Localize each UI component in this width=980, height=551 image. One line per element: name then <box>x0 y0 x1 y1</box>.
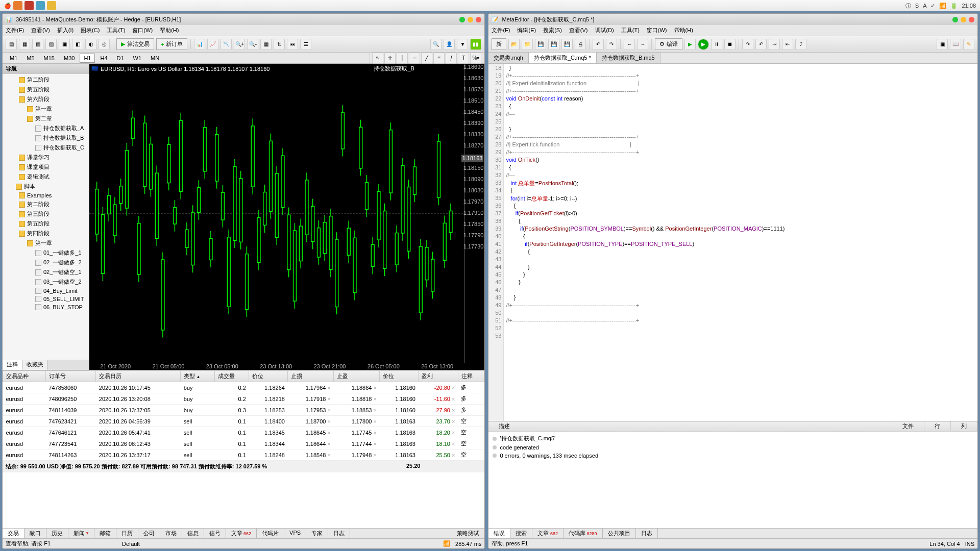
tree-item[interactable]: 持仓数据获取_A <box>4 123 88 133</box>
nav-tab[interactable]: 收藏夹 <box>22 360 48 370</box>
menu-item[interactable]: 插入(I) <box>57 27 74 34</box>
timeframe-button[interactable]: M30 <box>60 54 79 63</box>
zoom-out-icon[interactable]: 🔍- <box>247 39 258 50</box>
tree-item[interactable]: 第五阶段 <box>4 85 88 94</box>
tree-item[interactable]: 第六阶段 <box>4 94 88 104</box>
chart-type-button[interactable]: 📈 <box>207 39 218 50</box>
table-header[interactable]: 止损 <box>288 371 334 382</box>
equidistant-icon[interactable]: ≡ <box>433 53 445 64</box>
table-header[interactable]: 注释 <box>458 371 484 382</box>
table-row[interactable]: eurusd7480962502020.10.26 13:20:08buy0.2… <box>3 393 484 405</box>
timeframe-button[interactable]: W1 <box>129 54 146 63</box>
redo-icon[interactable]: ↷ <box>606 39 617 50</box>
terminal-tab[interactable]: 信息 <box>182 529 204 538</box>
editor-tab[interactable]: 交易类.mqh <box>488 53 528 63</box>
print-icon[interactable]: 🖨 <box>575 39 586 50</box>
table-header[interactable]: 止盈 <box>334 371 380 382</box>
menu-item[interactable]: 搜索(S) <box>543 27 562 34</box>
output-tab[interactable]: 错误 <box>488 529 510 538</box>
step-icon[interactable]: ⇤ <box>782 39 793 50</box>
crosshair-icon[interactable]: ✛ <box>384 53 396 64</box>
back-icon[interactable]: ← <box>624 39 635 50</box>
editor-tab[interactable]: 持仓数据获取_C.mq5 * <box>529 53 597 63</box>
editor-tab[interactable]: 持仓数据获取_B.mq5 <box>597 53 660 63</box>
compile-button[interactable]: ⚙编译 <box>655 38 682 50</box>
toolbar-button[interactable]: ▤ <box>6 39 17 50</box>
text-icon[interactable]: T <box>458 53 469 64</box>
toolbar-button[interactable]: ▨ <box>45 39 57 50</box>
table-row[interactable]: eurusd7477235412020.10.26 08:12:43sell0.… <box>3 438 484 449</box>
table-header[interactable]: 成交量 <box>214 371 249 382</box>
output-tab[interactable]: 代码库 6289 <box>564 529 603 538</box>
step-icon[interactable]: ⇥ <box>769 39 780 50</box>
code-content[interactable]: }//+------------------------------------… <box>504 64 977 421</box>
new-file-button[interactable]: 新 <box>492 38 506 50</box>
tree-item[interactable]: 01_一键做多_1 <box>4 248 88 258</box>
menu-item[interactable]: 窗口(W) <box>647 27 667 34</box>
tree-item[interactable]: 课堂学习 <box>4 153 88 162</box>
menu-item[interactable]: 帮助(H) <box>674 27 693 34</box>
table-header[interactable]: 交易品种 <box>3 371 46 382</box>
terminal-tab[interactable]: 信号 <box>204 529 226 538</box>
terminal-icon[interactable]: ▣ <box>937 39 948 50</box>
mql5-icon[interactable]: 👤 <box>444 39 455 50</box>
forward-icon[interactable]: → <box>637 39 648 50</box>
toolbar-button[interactable]: ▦ <box>260 39 272 50</box>
tree-item[interactable]: 第二阶段 <box>4 75 88 85</box>
table-header[interactable]: 订单号 <box>45 371 96 382</box>
menu-item[interactable]: 帮助(H) <box>160 27 179 34</box>
step-icon[interactable]: ↷ <box>742 39 753 50</box>
menu-item[interactable]: 查看(V) <box>31 27 50 34</box>
tree-item[interactable]: 02_一键做多_2 <box>4 258 88 267</box>
table-header[interactable]: 交易日历 <box>96 371 181 382</box>
toolbar-button[interactable]: ▦ <box>19 39 30 50</box>
tree-item[interactable]: 课堂项目 <box>4 162 88 172</box>
undo-icon[interactable]: ↶ <box>593 39 604 50</box>
dock-icon[interactable] <box>36 1 45 10</box>
output-tab[interactable]: 文章 662 <box>532 529 564 538</box>
menu-item[interactable]: 工具(T) <box>621 27 640 34</box>
status-icon[interactable]: A <box>923 3 926 9</box>
close-button[interactable] <box>476 17 481 22</box>
timeframe-button[interactable]: M1 <box>6 54 21 63</box>
table-row[interactable]: eurusd7481140392020.10.26 13:37:05buy0.3… <box>3 405 484 416</box>
dock-icon[interactable] <box>13 1 22 10</box>
tree-item[interactable]: 脚本 <box>4 182 88 191</box>
output-tab[interactable]: 公共项目 <box>603 529 636 538</box>
chart-type-button[interactable]: 📊 <box>194 39 205 50</box>
zoom-in-icon[interactable]: 🔍+ <box>234 39 245 50</box>
strategy-test-tab[interactable]: 策略测试 <box>452 529 484 538</box>
menu-item[interactable]: 图表(C) <box>81 27 100 34</box>
title-bar[interactable]: 📊 36495141 - MetaQuotes-Demo: 模拟账户 - Hed… <box>3 14 484 25</box>
timeframe-button[interactable]: MN <box>146 54 163 63</box>
timeframe-button[interactable]: D1 <box>113 54 128 63</box>
chart[interactable]: 🇪🇺EURUSD, H1: Euro vs US Dollar 1.18134 … <box>89 64 484 370</box>
chart-type-button[interactable]: 📉 <box>220 39 232 50</box>
hline-icon[interactable]: ─ <box>409 53 420 64</box>
terminal-tab[interactable]: 文章 662 <box>226 529 257 538</box>
tree-item[interactable]: 02_一键做空_1 <box>4 267 88 277</box>
tree-item[interactable]: 05_SELL_LIMIT <box>4 295 88 303</box>
toolbar-button[interactable]: ☰ <box>300 39 311 50</box>
toolbar-button[interactable]: ▼ <box>457 39 468 50</box>
folder-icon[interactable]: 📁 <box>522 39 533 50</box>
table-header[interactable]: 价位 <box>380 371 419 382</box>
vline-icon[interactable]: │ <box>397 53 408 64</box>
menu-item[interactable]: 调试(D) <box>595 27 614 34</box>
percent-icon[interactable]: %▾ <box>470 53 481 64</box>
minimize-button[interactable] <box>961 17 966 22</box>
tree-item[interactable]: 04_Buy_Limit <box>4 287 88 295</box>
trendline-icon[interactable]: ╱ <box>421 53 432 64</box>
table-header[interactable]: 盈利 <box>419 371 458 382</box>
nav-tab[interactable]: 注释 <box>3 360 22 370</box>
tree-item[interactable]: 持仓数据获取_B <box>4 133 88 143</box>
terminal-tab[interactable]: 敞口 <box>24 529 46 538</box>
menu-item[interactable]: 查看(V) <box>569 27 588 34</box>
output-tab[interactable]: 日志 <box>636 529 658 538</box>
terminal-tab[interactable]: 专家 <box>306 529 328 538</box>
terminal-tab[interactable]: 交易 <box>3 529 24 538</box>
tree-item[interactable]: 06_BUY_STOP <box>4 303 88 311</box>
save-all-icon[interactable]: 💾 <box>548 39 559 50</box>
tree-item[interactable]: 第四阶段 <box>4 229 88 238</box>
apple-icon[interactable]: 🍎 <box>4 3 11 9</box>
